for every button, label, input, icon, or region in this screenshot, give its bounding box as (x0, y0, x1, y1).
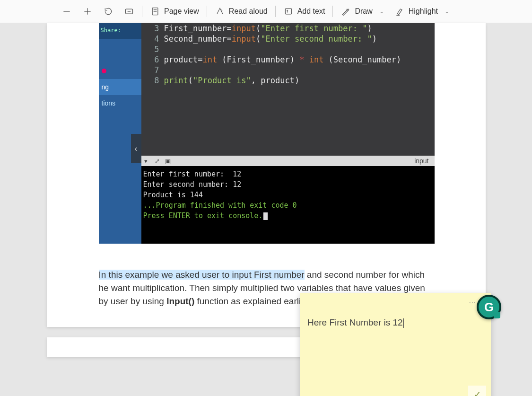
sticky-note[interactable]: … × Here First Number is 12 ✓ (300, 293, 491, 396)
code-content: Second_number=input("Enter second number… (164, 34, 377, 44)
line-number: 5 (146, 44, 159, 54)
add-text-icon (283, 6, 294, 17)
code-content: print("Product is", product) (164, 75, 300, 86)
read-aloud-button[interactable]: Read aloud (214, 4, 269, 18)
red-dot-icon (102, 69, 106, 73)
terminal-line: Enter first number: 12 (143, 169, 433, 179)
code-line: 8print("Product is", product) (141, 75, 435, 86)
sticky-confirm-button[interactable]: ✓ (468, 386, 486, 396)
zoom-out-button[interactable] (61, 4, 73, 18)
sidebar-collapse: ‹ (131, 134, 141, 163)
line-number: 6 (146, 54, 159, 65)
page-view-icon (150, 6, 160, 17)
sticky-note-text[interactable]: Here First Number is 12 (307, 317, 483, 328)
read-aloud-label: Read aloud (229, 7, 268, 16)
sidebar-item: ng (99, 79, 141, 95)
toolbar-separator (207, 6, 207, 17)
sidebar-item-label: tions (102, 99, 116, 107)
grammarly-badge[interactable]: G (477, 295, 501, 319)
page-view-button[interactable]: Page view (149, 4, 200, 18)
terminal-output: Enter first number: 12Enter second numbe… (141, 166, 435, 244)
draw-label: Draw (355, 7, 372, 16)
text-cursor (403, 318, 404, 328)
plus-icon (82, 6, 93, 17)
pdf-toolbar: Page view Read aloud Add text Draw ⌄ Hig… (0, 0, 532, 23)
body-text-bold: Input() (166, 296, 194, 306)
code-content: First_numnber=input("Enter first number:… (164, 23, 372, 34)
line-number: 3 (146, 23, 159, 34)
draw-icon (340, 6, 351, 17)
sidebar-item-label: ng (102, 83, 109, 91)
chevron-down-icon[interactable]: ⌄ (445, 8, 449, 15)
document-viewport[interactable]: Share: ng tions ‹ 3First_numnber=input("… (0, 23, 532, 396)
fit-page-button[interactable] (123, 4, 135, 18)
terminal-cursor (263, 212, 268, 220)
line-number: 8 (146, 75, 159, 86)
sticky-note-content: Here First Number is 12 (307, 317, 403, 327)
fit-page-icon (124, 6, 134, 17)
code-line: 6product=int (First_numnber) * int (Seco… (141, 54, 435, 65)
highlighted-text: In this example we asked user to input F… (99, 270, 305, 280)
toolbar-separator (142, 6, 142, 17)
highlight-button[interactable]: Highlight ⌄ (393, 4, 450, 18)
toolbar-separator (332, 6, 333, 17)
add-text-label: Add text (297, 7, 325, 16)
draw-button[interactable]: Draw ⌄ (340, 4, 384, 18)
add-text-button[interactable]: Add text (282, 4, 326, 18)
expand-icon: ⤢ (155, 158, 161, 164)
highlight-icon (394, 6, 405, 17)
chevron-down-icon[interactable]: ⌄ (379, 8, 384, 15)
document-page: Share: ng tions ‹ 3First_numnber=input("… (47, 23, 486, 327)
terminal-line: Press ENTER to exit console. (143, 211, 433, 221)
badge-mini-icon (494, 312, 500, 318)
sidebar-item: tions (99, 95, 141, 111)
code-line: 3First_numnber=input("Enter first number… (141, 23, 435, 34)
ide-screenshot: Share: ng tions ‹ 3First_numnber=input("… (99, 23, 435, 244)
terminal-line: Product is 144 (143, 190, 433, 200)
code-content: product=int (First_numnber) * int (Secon… (164, 54, 401, 65)
terminal-line: Enter second number: 12 (143, 179, 433, 190)
toolbar-separator (275, 6, 276, 17)
code-line: 5 (141, 44, 435, 54)
sticky-more-button[interactable]: … (469, 297, 476, 305)
highlight-label: Highlight (409, 7, 438, 16)
body-text-tail: function as explained earlier (194, 296, 309, 306)
code-line: 7 (141, 65, 435, 75)
sidebar-header: Share: (99, 23, 141, 39)
line-number: 7 (146, 65, 159, 75)
terminal-line: ...Program finished with exit code 0 (143, 200, 433, 211)
terminal-header: ▾ ⤢ ▣ input (141, 156, 435, 166)
minus-icon (61, 6, 72, 17)
svg-rect-8 (285, 9, 291, 14)
code-line: 4Second_number=input("Enter second numbe… (141, 34, 435, 44)
chevron-down-icon: ▾ (144, 158, 151, 164)
sidebar-item (99, 63, 141, 79)
line-number: 4 (146, 34, 159, 44)
rotate-icon (103, 6, 113, 17)
terminal-tab-label: input (414, 157, 428, 165)
code-editor: 3First_numnber=input("Enter first number… (141, 23, 435, 156)
ide-sidebar: Share: ng tions (99, 23, 141, 244)
zoom-in-button[interactable] (81, 4, 94, 18)
page-view-label: Page view (164, 7, 199, 16)
run-icon: ▣ (165, 158, 172, 164)
read-aloud-icon (215, 6, 225, 17)
grammarly-letter: G (484, 300, 494, 315)
rotate-button[interactable] (102, 4, 114, 18)
